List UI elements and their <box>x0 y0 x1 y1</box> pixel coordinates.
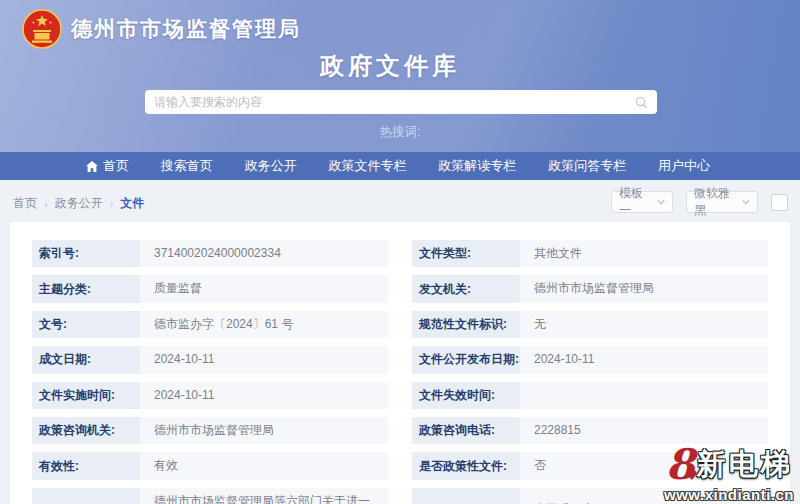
table-row: 成文日期: 2024-10-11 文件公开发布日期: 2024-10-11 <box>32 346 768 373</box>
field-label: 政策咨询机关: <box>32 417 140 444</box>
nav-item-label: 政策解读专栏 <box>438 157 516 175</box>
nav-item-search-home[interactable]: 搜索首页 <box>161 157 213 175</box>
document-details-panel: 索引号: 3714002024000002334 文件类型: 其他文件 主题分类… <box>10 222 790 504</box>
field-expiry-date: 文件失效时间: <box>412 382 768 409</box>
field-label: 规范性文件标识: <box>412 311 520 338</box>
template-select[interactable]: 模板一 <box>611 191 673 213</box>
field-topic-category: 主题分类: 质量监督 <box>32 275 388 302</box>
field-consult-agency: 政策咨询机关: 德州市市场监督管理局 <box>32 417 388 444</box>
field-value: 否 <box>520 452 768 479</box>
agency-brand: 德州市市场监督管理局 <box>22 9 301 49</box>
field-validity: 有效性: 有效 <box>32 452 388 479</box>
field-document-title: 文件标题: 德州市市场监督管理局等六部门关于进一步加强电梯质量安全工作的通知 <box>32 488 388 504</box>
field-index-number: 索引号: 3714002024000002334 <box>32 240 388 267</box>
nav-item-label: 用户中心 <box>658 157 710 175</box>
search-input[interactable] <box>154 95 635 109</box>
breadcrumb-gov-disclosure[interactable]: 政务公开 <box>55 195 103 212</box>
field-label: 政策咨询电话: <box>412 417 520 444</box>
breadcrumb-separator: › <box>110 198 114 210</box>
nav-item-label: 首页 <box>103 157 129 175</box>
table-row: 有效性: 有效 是否政策性文件: 否 <box>32 452 768 479</box>
search-icon[interactable] <box>635 96 648 109</box>
breadcrumb-current-files: 文件 <box>120 195 144 212</box>
toolbar-row: 首页 › 政务公开 › 文件 模板一 微软雅黑 <box>0 189 800 215</box>
nav-item-label: 搜索首页 <box>161 157 213 175</box>
table-row: 政策咨询机关: 德州市市场监督管理局 政策咨询电话: 2228815 <box>32 417 768 444</box>
field-label: 成文日期: <box>32 346 140 373</box>
field-value: 其他文件 <box>520 240 768 267</box>
font-select-value: 微软雅黑 <box>694 185 737 219</box>
table-row: 索引号: 3714002024000002334 文件类型: 其他文件 <box>32 240 768 267</box>
nav-item-label: 政策问答专栏 <box>548 157 626 175</box>
field-normative-flag: 规范性文件标识: 无 <box>412 311 768 338</box>
field-label: 主题分类: <box>32 275 140 302</box>
chevron-down-icon <box>657 199 665 205</box>
field-label: 索引号: <box>32 240 140 267</box>
table-row: 主题分类: 质量监督 发文机关: 德州市市场监督管理局 <box>32 275 768 302</box>
breadcrumb-separator: › <box>44 198 48 210</box>
field-value: 2024-10-11 <box>520 346 768 373</box>
template-select-value: 模板一 <box>619 185 652 219</box>
field-issuing-agency: 发文机关: 德州市市场监督管理局 <box>412 275 768 302</box>
field-value: 电梯质量安全 <box>520 488 768 504</box>
field-label: 发文机关: <box>412 275 520 302</box>
field-label: 文件实施时间: <box>32 382 140 409</box>
nav-item-gov-disclosure[interactable]: 政务公开 <box>245 157 297 175</box>
field-document-number: 文号: 德市监办字〔2024〕61 号 <box>32 311 388 338</box>
nav-item-policy-interpretation[interactable]: 政策解读专栏 <box>438 157 516 175</box>
nav-item-label: 政务公开 <box>245 157 297 175</box>
page-header: 德州市市场监督管理局 政府文件库 热搜词: <box>0 0 800 152</box>
hot-words-label: 热搜词: <box>0 124 800 141</box>
breadcrumb: 首页 › 政务公开 › 文件 <box>13 195 144 212</box>
field-value: 德市监办字〔2024〕61 号 <box>140 311 388 338</box>
field-label: 文件公开发布日期: <box>412 346 520 373</box>
field-label: 有效性: <box>32 452 140 479</box>
field-value: 3714002024000002334 <box>140 240 388 267</box>
national-emblem-icon <box>22 9 62 49</box>
table-row: 文件标题: 德州市市场监督管理局等六部门关于进一步加强电梯质量安全工作的通知 关… <box>32 488 768 504</box>
search-box <box>145 90 657 114</box>
field-publish-date: 文件公开发布日期: 2024-10-11 <box>412 346 768 373</box>
field-is-policy-file: 是否政策性文件: 否 <box>412 452 768 479</box>
field-value: 德州市市场监督管理局 <box>140 417 388 444</box>
nav-item-policy-files[interactable]: 政策文件专栏 <box>328 157 406 175</box>
field-value: 2228815 <box>520 417 768 444</box>
field-label: 关键词: <box>412 488 520 504</box>
agency-name: 德州市市场监督管理局 <box>71 15 301 43</box>
field-label: 文号: <box>32 311 140 338</box>
nav-item-policy-qa[interactable]: 政策问答专栏 <box>548 157 626 175</box>
breadcrumb-home[interactable]: 首页 <box>13 195 37 212</box>
field-keywords: 关键词: 电梯质量安全 <box>412 488 768 504</box>
view-controls: 模板一 微软雅黑 <box>611 191 788 213</box>
field-label: 文件失效时间: <box>412 382 520 409</box>
nav-item-home[interactable]: 首页 <box>86 157 129 175</box>
table-row: 文号: 德市监办字〔2024〕61 号 规范性文件标识: 无 <box>32 311 768 338</box>
field-file-type: 文件类型: 其他文件 <box>412 240 768 267</box>
chevron-down-icon <box>742 199 750 205</box>
field-consult-phone: 政策咨询电话: 2228815 <box>412 417 768 444</box>
main-nav: 首页 搜索首页 政务公开 政策文件专栏 政策解读专栏 政策问答专栏 用户中心 <box>0 152 800 180</box>
field-value: 2024-10-11 <box>140 346 388 373</box>
field-value: 有效 <box>140 452 388 479</box>
page-title: 政府文件库 <box>0 50 780 82</box>
field-label: 是否政策性文件: <box>412 452 520 479</box>
nav-item-user-center[interactable]: 用户中心 <box>658 157 710 175</box>
font-select[interactable]: 微软雅黑 <box>686 191 758 213</box>
field-value: 2024-10-11 <box>140 382 388 409</box>
field-written-date: 成文日期: 2024-10-11 <box>32 346 388 373</box>
field-value: 德州市市场监督管理局 <box>520 275 768 302</box>
field-label: 文件标题: <box>32 488 140 504</box>
field-value: 德州市市场监督管理局等六部门关于进一步加强电梯质量安全工作的通知 <box>140 488 388 504</box>
field-value: 无 <box>520 311 768 338</box>
view-option-checkbox[interactable] <box>771 194 788 211</box>
field-value: 质量监督 <box>140 275 388 302</box>
nav-item-label: 政策文件专栏 <box>328 157 406 175</box>
field-value <box>520 382 768 409</box>
table-row: 文件实施时间: 2024-10-11 文件失效时间: <box>32 382 768 409</box>
field-effective-date: 文件实施时间: 2024-10-11 <box>32 382 388 409</box>
home-icon <box>86 161 98 172</box>
field-label: 文件类型: <box>412 240 520 267</box>
